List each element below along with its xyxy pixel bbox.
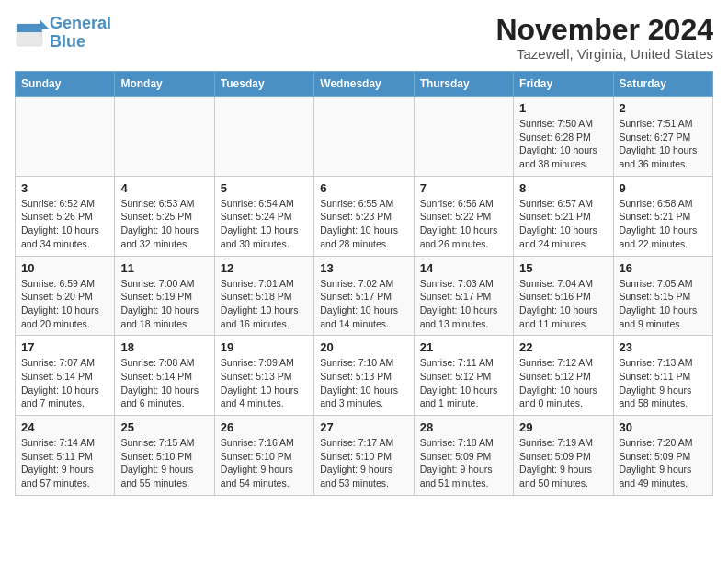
weekday-header: Saturday (613, 72, 712, 97)
calendar-cell: 28Sunrise: 7:18 AM Sunset: 5:09 PM Dayli… (414, 416, 513, 496)
day-number: 16 (620, 261, 707, 275)
day-number: 1 (519, 101, 607, 115)
calendar-cell: 10Sunrise: 6:59 AM Sunset: 5:20 PM Dayli… (16, 256, 115, 336)
day-info: Sunrise: 7:10 AM Sunset: 5:13 PM Dayligh… (320, 356, 407, 410)
day-number: 8 (519, 181, 607, 195)
day-number: 10 (21, 261, 108, 275)
day-info: Sunrise: 7:01 AM Sunset: 5:18 PM Dayligh… (221, 277, 308, 331)
day-info: Sunrise: 7:05 AM Sunset: 5:15 PM Dayligh… (620, 277, 707, 331)
logo-line2: Blue (50, 32, 85, 51)
calendar-cell: 25Sunrise: 7:15 AM Sunset: 5:10 PM Dayli… (115, 416, 214, 496)
calendar-cell: 3Sunrise: 6:52 AM Sunset: 5:26 PM Daylig… (16, 176, 115, 256)
day-info: Sunrise: 7:15 AM Sunset: 5:10 PM Dayligh… (120, 436, 208, 490)
day-number: 17 (21, 340, 108, 354)
day-number: 7 (420, 181, 507, 195)
month-title: November 2024 (495, 15, 713, 44)
calendar-cell: 18Sunrise: 7:08 AM Sunset: 5:14 PM Dayli… (115, 336, 214, 416)
day-info: Sunrise: 6:59 AM Sunset: 5:20 PM Dayligh… (21, 277, 108, 331)
calendar-cell: 13Sunrise: 7:02 AM Sunset: 5:17 PM Dayli… (314, 256, 414, 336)
calendar-cell: 11Sunrise: 7:00 AM Sunset: 5:19 PM Dayli… (115, 256, 214, 336)
logo-icon (15, 17, 48, 50)
day-number: 24 (21, 420, 108, 434)
weekday-header: Thursday (414, 72, 513, 97)
calendar-cell: 5Sunrise: 6:54 AM Sunset: 5:24 PM Daylig… (214, 176, 313, 256)
svg-marker-3 (40, 20, 50, 29)
calendar-cell (414, 97, 513, 177)
day-number: 15 (519, 261, 607, 275)
day-info: Sunrise: 7:04 AM Sunset: 5:16 PM Dayligh… (519, 277, 607, 331)
logo: General Blue (15, 15, 111, 52)
calendar-cell: 22Sunrise: 7:12 AM Sunset: 5:12 PM Dayli… (514, 336, 613, 416)
day-info: Sunrise: 7:00 AM Sunset: 5:19 PM Dayligh… (120, 277, 208, 331)
day-info: Sunrise: 6:52 AM Sunset: 5:26 PM Dayligh… (21, 197, 108, 251)
day-number: 9 (620, 181, 707, 195)
day-number: 23 (620, 340, 707, 354)
calendar-cell: 24Sunrise: 7:14 AM Sunset: 5:11 PM Dayli… (16, 416, 115, 496)
calendar-cell: 19Sunrise: 7:09 AM Sunset: 5:13 PM Dayli… (214, 336, 313, 416)
day-number: 12 (221, 261, 308, 275)
day-info: Sunrise: 7:12 AM Sunset: 5:12 PM Dayligh… (519, 356, 607, 410)
day-number: 26 (221, 420, 308, 434)
day-number: 27 (320, 420, 407, 434)
calendar-cell: 14Sunrise: 7:03 AM Sunset: 5:17 PM Dayli… (414, 256, 513, 336)
day-number: 2 (620, 101, 707, 115)
weekday-header: Monday (115, 72, 214, 97)
calendar-cell (314, 97, 414, 177)
calendar-cell: 27Sunrise: 7:17 AM Sunset: 5:10 PM Dayli… (314, 416, 414, 496)
day-number: 11 (120, 261, 208, 275)
calendar-cell: 21Sunrise: 7:11 AM Sunset: 5:12 PM Dayli… (414, 336, 513, 416)
calendar-cell: 23Sunrise: 7:13 AM Sunset: 5:11 PM Dayli… (613, 336, 712, 416)
day-info: Sunrise: 6:56 AM Sunset: 5:22 PM Dayligh… (420, 197, 507, 251)
calendar-cell (115, 97, 214, 177)
day-number: 14 (420, 261, 507, 275)
day-number: 29 (519, 420, 607, 434)
day-number: 21 (420, 340, 507, 354)
calendar-cell: 29Sunrise: 7:19 AM Sunset: 5:09 PM Dayli… (514, 416, 613, 496)
calendar-cell: 8Sunrise: 6:57 AM Sunset: 5:21 PM Daylig… (514, 176, 613, 256)
day-number: 25 (120, 420, 208, 434)
calendar-week-row: 3Sunrise: 6:52 AM Sunset: 5:26 PM Daylig… (16, 176, 713, 256)
calendar-week-row: 1Sunrise: 7:50 AM Sunset: 6:28 PM Daylig… (16, 97, 713, 177)
calendar-cell: 15Sunrise: 7:04 AM Sunset: 5:16 PM Dayli… (514, 256, 613, 336)
calendar-table: SundayMondayTuesdayWednesdayThursdayFrid… (15, 71, 713, 496)
header: General Blue November 2024 Tazewell, Vir… (15, 15, 713, 62)
day-info: Sunrise: 7:17 AM Sunset: 5:10 PM Dayligh… (320, 436, 407, 490)
location: Tazewell, Virginia, United States (495, 46, 713, 62)
day-info: Sunrise: 7:03 AM Sunset: 5:17 PM Dayligh… (420, 277, 507, 331)
day-info: Sunrise: 7:08 AM Sunset: 5:14 PM Dayligh… (120, 356, 208, 410)
calendar-cell: 30Sunrise: 7:20 AM Sunset: 5:09 PM Dayli… (613, 416, 712, 496)
day-info: Sunrise: 7:16 AM Sunset: 5:10 PM Dayligh… (221, 436, 308, 490)
logo-line1: General (50, 14, 111, 32)
calendar-cell: 9Sunrise: 6:58 AM Sunset: 5:21 PM Daylig… (613, 176, 712, 256)
day-number: 4 (120, 181, 208, 195)
calendar-week-row: 24Sunrise: 7:14 AM Sunset: 5:11 PM Dayli… (16, 416, 713, 496)
calendar-week-row: 17Sunrise: 7:07 AM Sunset: 5:14 PM Dayli… (16, 336, 713, 416)
day-number: 30 (620, 420, 707, 434)
day-info: Sunrise: 7:51 AM Sunset: 6:27 PM Dayligh… (620, 117, 707, 171)
day-info: Sunrise: 7:13 AM Sunset: 5:11 PM Dayligh… (620, 356, 707, 410)
day-number: 20 (320, 340, 407, 354)
day-info: Sunrise: 6:54 AM Sunset: 5:24 PM Dayligh… (221, 197, 308, 251)
day-info: Sunrise: 7:07 AM Sunset: 5:14 PM Dayligh… (21, 356, 108, 410)
day-number: 6 (320, 181, 407, 195)
day-info: Sunrise: 6:55 AM Sunset: 5:23 PM Dayligh… (320, 197, 407, 251)
day-info: Sunrise: 7:09 AM Sunset: 5:13 PM Dayligh… (221, 356, 308, 410)
day-number: 3 (21, 181, 108, 195)
weekday-header: Sunday (16, 72, 115, 97)
weekday-header: Friday (514, 72, 613, 97)
day-number: 18 (120, 340, 208, 354)
day-info: Sunrise: 7:19 AM Sunset: 5:09 PM Dayligh… (519, 436, 607, 490)
day-info: Sunrise: 7:18 AM Sunset: 5:09 PM Dayligh… (420, 436, 507, 490)
day-number: 28 (420, 420, 507, 434)
day-info: Sunrise: 6:58 AM Sunset: 5:21 PM Dayligh… (620, 197, 707, 251)
day-info: Sunrise: 6:53 AM Sunset: 5:25 PM Dayligh… (120, 197, 208, 251)
day-info: Sunrise: 6:57 AM Sunset: 5:21 PM Dayligh… (519, 197, 607, 251)
calendar-cell: 2Sunrise: 7:51 AM Sunset: 6:27 PM Daylig… (613, 97, 712, 177)
svg-rect-1 (17, 24, 42, 31)
title-area: November 2024 Tazewell, Virginia, United… (495, 15, 713, 62)
calendar-cell (214, 97, 313, 177)
logo-text: General Blue (50, 15, 111, 52)
day-info: Sunrise: 7:11 AM Sunset: 5:12 PM Dayligh… (420, 356, 507, 410)
calendar-cell: 7Sunrise: 6:56 AM Sunset: 5:22 PM Daylig… (414, 176, 513, 256)
calendar-cell: 26Sunrise: 7:16 AM Sunset: 5:10 PM Dayli… (214, 416, 313, 496)
